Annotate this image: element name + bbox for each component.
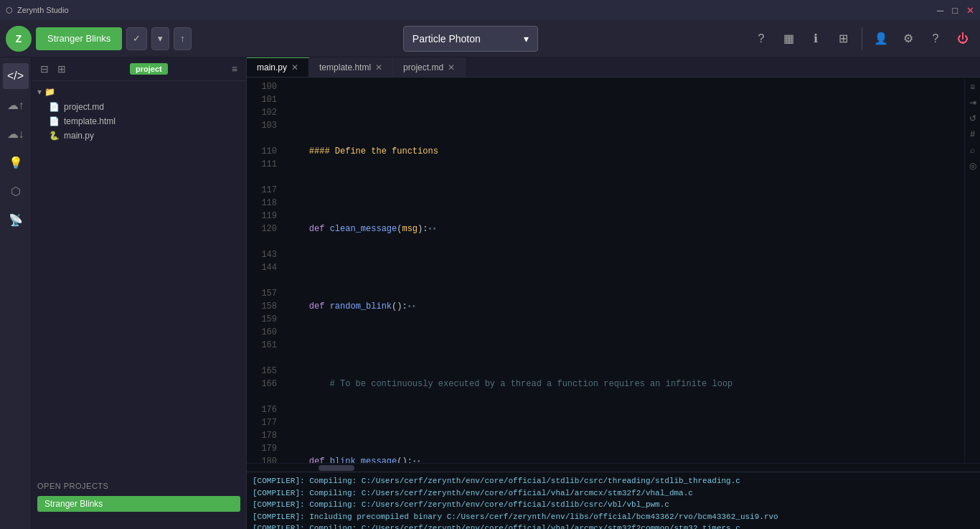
editor-tabs: main.py ✕ template.html ✕ project.md ✕ xyxy=(247,57,980,78)
settings-button[interactable]: ⚙ xyxy=(897,27,920,50)
file-tree-panel: ⊟ ⊞ project ≡ ▾ 📁 📄 project.md 📄 templat… xyxy=(32,57,247,529)
console-panel: [COMPILER]: Compiling: C:/Users/cerf/zer… xyxy=(247,472,980,529)
user-button[interactable]: 👤 xyxy=(870,27,892,50)
console-line-1: [COMPILER]: Compiling: C:/Users/cerf/zer… xyxy=(253,475,974,487)
code-content[interactable]: #### Define the functions def clean_mess… xyxy=(283,78,964,463)
rss-icon: 📡 xyxy=(9,213,23,227)
tab-close-projectmd[interactable]: ✕ xyxy=(448,62,455,72)
tab-close-mainpy[interactable]: ✕ xyxy=(291,62,298,72)
maximize-button[interactable]: □ xyxy=(952,5,958,16)
sidebar-item-cloud-up[interactable]: ☁↑ xyxy=(3,92,29,118)
separator xyxy=(862,27,862,50)
tree-folder-root[interactable]: ▾ 📁 xyxy=(32,84,246,100)
minimize-button[interactable]: ─ xyxy=(937,5,943,16)
titlebar-controls[interactable]: ─ □ ✕ xyxy=(937,5,974,16)
bottom-spacer xyxy=(32,515,246,529)
file-icon-html: 📄 xyxy=(49,116,60,126)
code-line xyxy=(288,261,958,274)
tab-projectmd[interactable]: project.md ✕ xyxy=(393,57,466,77)
cloud-upload-icon: ☁↑ xyxy=(7,98,24,112)
sidebar-item-code[interactable]: </> xyxy=(3,63,29,89)
minimap-search-button[interactable]: ⌕ xyxy=(966,144,979,156)
tab-mainpy[interactable]: main.py ✕ xyxy=(247,57,309,77)
tab-label-mainpy: main.py xyxy=(257,62,287,72)
help-button[interactable]: ? xyxy=(924,27,947,50)
logo-button[interactable]: Z xyxy=(6,26,32,52)
filetree-header-icons: ⊟ ⊞ xyxy=(37,62,69,76)
code-icon: </> xyxy=(7,70,24,83)
device-dropdown-icon: ▾ xyxy=(524,33,529,45)
sidebar-item-cloud-down[interactable]: ☁↓ xyxy=(3,121,29,146)
chevron-down-icon: ▾ xyxy=(158,33,163,44)
close-button[interactable]: ✕ xyxy=(966,5,974,16)
sidebar-item-bulb[interactable]: 💡 xyxy=(3,149,29,175)
folder-expand-icon: ▾ xyxy=(37,87,42,97)
minimap-refresh-button[interactable]: ↺ xyxy=(966,112,979,125)
collapse-all-button[interactable]: ⊟ xyxy=(37,62,52,76)
sidebar-item-puzzle[interactable]: ⬡ xyxy=(3,178,29,204)
code-line: #### Define the functions xyxy=(288,145,958,158)
sidebar-item-rss[interactable]: 📡 xyxy=(3,207,29,233)
code-line: def blink_message():•• xyxy=(288,455,958,463)
minimap-list-button[interactable]: ≡ xyxy=(966,80,979,93)
file-icon-py: 🐍 xyxy=(49,131,60,141)
filetree-header: ⊟ ⊞ project ≡ xyxy=(32,57,246,81)
file-name-templatehtml: template.html xyxy=(64,116,116,126)
info-button[interactable]: ℹ xyxy=(804,27,827,50)
device-selector-wrapper: Particle Photon ▾ xyxy=(196,26,745,52)
bulb-icon: 💡 xyxy=(9,156,23,169)
minimap-indent-button[interactable]: ⇥ xyxy=(966,96,979,109)
tree-item-templatehtml[interactable]: 📄 template.html xyxy=(32,114,246,128)
file-icon-md: 📄 xyxy=(49,102,60,112)
console-line-4: [COMPILER]: Including precompiled binary… xyxy=(253,511,974,523)
app-icon: ⬡ xyxy=(6,6,13,15)
check-icon: ✓ xyxy=(133,33,141,44)
editor-area: main.py ✕ template.html ✕ project.md ✕ 1… xyxy=(247,57,980,529)
upload-icon: ↑ xyxy=(180,33,185,44)
toolbar: Z Stranger Blinks ✓ ▾ ↑ Particle Photon … xyxy=(0,20,980,57)
help-circle-button[interactable]: ? xyxy=(750,27,773,50)
upload-button[interactable]: ↑ xyxy=(174,27,192,50)
console-line-3: [COMPILER]: Compiling: C:/Users/cerf/zer… xyxy=(253,499,974,511)
dropdown-button[interactable]: ▾ xyxy=(151,27,169,50)
code-editor[interactable]: 100 101 102 103 110 111 117 118 119 120 … xyxy=(247,78,980,463)
open-project-item[interactable]: Stranger Blinks xyxy=(37,496,240,512)
tab-label-templatehtml: template.html xyxy=(319,62,371,72)
tree-item-projectmd[interactable]: 📄 project.md xyxy=(32,100,246,114)
expand-all-button[interactable]: ⊞ xyxy=(55,62,69,76)
console-line-5: [COMPILER]: Compiling: C:/Users/cerf/zer… xyxy=(253,523,974,529)
tab-templatehtml[interactable]: template.html ✕ xyxy=(309,57,393,77)
file-name-mainpy: main.py xyxy=(64,131,94,141)
minimap-panel: ≡ ⇥ ↺ # ⌕ ◎ xyxy=(964,78,980,463)
code-line: def clean_message(msg):•• xyxy=(288,223,958,235)
filetree-spacer xyxy=(32,146,246,476)
project-label: project xyxy=(130,63,168,75)
tab-close-templatehtml[interactable]: ✕ xyxy=(375,62,382,72)
package-button[interactable]: ⊞ xyxy=(831,27,854,50)
tree-item-mainpy[interactable]: 🐍 main.py xyxy=(32,128,246,143)
filetree-menu-button[interactable]: ≡ xyxy=(229,62,240,76)
file-name-projectmd: project.md xyxy=(64,102,104,112)
toolbar-right-icons: ? ▦ ℹ ⊞ 👤 ⚙ ? ⏻ xyxy=(750,27,974,50)
titlebar-left: ⬡ Zerynth Studio xyxy=(6,6,69,15)
code-line: # To be continuously executed by a threa… xyxy=(288,378,958,390)
project-name-button[interactable]: Stranger Blinks xyxy=(36,27,122,50)
main-content: </> ☁↑ ☁↓ 💡 ⬡ 📡 ⊟ ⊞ project ≡ xyxy=(0,57,980,529)
verify-button[interactable]: ✓ xyxy=(126,27,147,50)
code-line xyxy=(288,416,958,429)
minimap-hash-button[interactable]: # xyxy=(966,128,979,141)
horizontal-scrollbar[interactable] xyxy=(247,463,980,472)
open-projects-label: Open Projects xyxy=(32,476,246,493)
titlebar: ⬡ Zerynth Studio ─ □ ✕ xyxy=(0,0,980,20)
horizontal-scroll-thumb[interactable] xyxy=(319,465,354,471)
code-line xyxy=(288,339,958,352)
power-button[interactable]: ⏻ xyxy=(951,27,974,50)
code-line xyxy=(288,106,958,119)
terminal-button[interactable]: ▦ xyxy=(777,27,800,50)
folder-icon: 📁 xyxy=(44,87,55,97)
puzzle-icon: ⬡ xyxy=(11,184,21,198)
console-line-2: [COMPILER]: Compiling: C:/Users/cerf/zer… xyxy=(253,487,974,500)
code-line xyxy=(288,184,958,197)
device-selector[interactable]: Particle Photon ▾ xyxy=(403,26,538,52)
minimap-pin-button[interactable]: ◎ xyxy=(966,159,979,172)
